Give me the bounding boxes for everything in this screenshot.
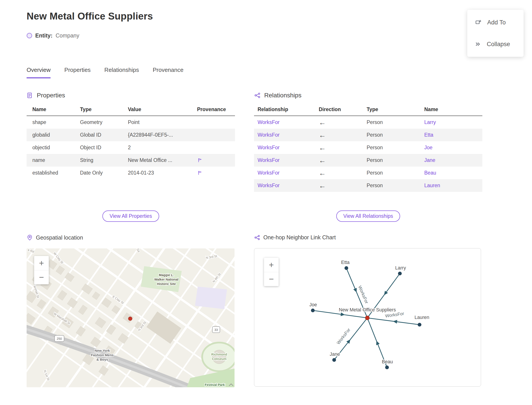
related-entity-link[interactable]: Beau [424, 170, 436, 176]
col-name: Name [424, 107, 482, 112]
prop-type: String [80, 157, 128, 163]
related-entity-link[interactable]: Joe [424, 145, 432, 150]
geospatial-section: Geospatial location + − [27, 234, 234, 387]
node-label: Joe [309, 302, 317, 307]
tab-relationships[interactable]: Relationships [104, 67, 139, 78]
add-to-label: Add To [487, 19, 506, 26]
node-label: Larry [395, 265, 406, 270]
entity-details-page: New Metal Office Suppliers Entity: Compa… [0, 0, 532, 405]
route-shield-250: 250 [54, 335, 64, 342]
view-all-properties-wrap: View All Properties [27, 210, 235, 222]
map-zoom-control: + − [34, 256, 49, 284]
node-jane[interactable] [332, 358, 336, 362]
map-zoom-out-button[interactable]: − [34, 270, 49, 284]
tab-provenance[interactable]: Provenance [153, 67, 184, 78]
properties-section-title: Properties [37, 92, 65, 99]
map-pin-icon [27, 234, 33, 241]
tab-overview[interactable]: Overview [27, 67, 51, 78]
node-label: Jane [330, 351, 340, 357]
prop-name: shape [27, 119, 80, 125]
prop-value: 2014-01-23 [128, 170, 191, 176]
add-to-icon [475, 19, 482, 26]
geospatial-header: Geospatial location [27, 234, 234, 241]
node-label: Beau [382, 359, 393, 364]
table-row: WorksFor ← Person Lauren [254, 179, 482, 192]
chart-zoom-out-button[interactable]: − [264, 272, 279, 286]
col-relationship: Relationship [254, 107, 319, 112]
geospatial-title: Geospatial location [36, 234, 83, 241]
properties-table-header: Name Type Value Provenance [27, 104, 235, 116]
svg-text:33: 33 [214, 328, 218, 331]
view-all-properties-button[interactable]: View All Properties [102, 210, 159, 222]
prop-type: Geometry [80, 119, 128, 125]
relationships-section: Relationships Relationship Direction Typ… [254, 92, 482, 192]
collapse-label: Collapse [487, 41, 510, 48]
prop-provenance-cell [191, 170, 235, 176]
col-value: Value [128, 107, 191, 112]
relationships-table-header: Relationship Direction Type Name [254, 104, 482, 116]
node-etta[interactable] [345, 266, 348, 270]
link-chart-section: One-hop Neighbor Link Chart + − [254, 234, 481, 387]
tab-properties[interactable]: Properties [64, 67, 91, 78]
prop-provenance-cell [191, 157, 235, 163]
related-entity-type: Person [367, 157, 424, 163]
relationships-section-header: Relationships [254, 92, 482, 99]
collapse-double-chevron-icon [475, 41, 481, 47]
prop-value: New Metal Office ... [128, 157, 191, 163]
node-larry[interactable] [398, 272, 402, 276]
relationship-link[interactable]: WorksFor [258, 170, 279, 176]
col-name: Name [27, 107, 80, 112]
svg-text:New York: New York [95, 349, 110, 352]
tab-bar: Overview Properties Relationships Proven… [27, 67, 184, 78]
node-lauren[interactable] [418, 323, 421, 326]
relationship-link[interactable]: WorksFor [258, 157, 279, 163]
table-row: WorksFor ← Person Beau [254, 167, 482, 179]
prop-name: objectid [27, 145, 80, 151]
node-center-company[interactable] [365, 316, 369, 320]
map-zoom-in-button[interactable]: + [34, 256, 49, 270]
node-joe[interactable] [311, 309, 315, 312]
add-to-button[interactable]: Add To [467, 13, 524, 32]
svg-text:& Boys: & Boys [96, 358, 108, 361]
link-chart-canvas[interactable]: + − [254, 248, 481, 387]
prop-type: Date Only [80, 170, 128, 176]
related-entity-type: Person [367, 119, 424, 125]
table-row: globalid Global ID {A228944F-0EF5-... [27, 129, 235, 141]
relationship-link[interactable]: WorksFor [258, 132, 279, 138]
civic-area [195, 287, 227, 309]
entity-type-row: Entity: Company [27, 32, 79, 39]
actions-panel: Add To Collapse [467, 10, 524, 57]
chart-zoom-in-button[interactable]: + [264, 258, 279, 272]
table-row: established Date Only 2014-01-23 [27, 167, 235, 179]
related-entity-link[interactable]: Etta [424, 132, 433, 138]
provenance-flag-icon[interactable] [197, 157, 203, 163]
direction-arrow: ← [319, 182, 367, 189]
map-canvas[interactable]: + − [27, 248, 234, 387]
provenance-flag-icon[interactable] [197, 170, 203, 176]
direction-arrow: ← [319, 169, 367, 176]
basemap-svg: k Rd W Clay St Sa N 3rd St N 4th St arsh… [27, 248, 234, 387]
related-entity-link[interactable]: Jane [424, 157, 435, 163]
prop-type: Object ID [80, 145, 128, 151]
node-beau[interactable] [385, 365, 389, 369]
svg-text:Fashion Mens: Fashion Mens [91, 353, 113, 357]
relationship-link[interactable]: WorksFor [258, 145, 279, 150]
relationship-link[interactable]: WorksFor [258, 119, 279, 125]
prop-type: Global ID [80, 132, 128, 138]
properties-section-header: Properties [27, 92, 235, 99]
entity-location-marker[interactable] [128, 317, 132, 320]
link-chart-header: One-hop Neighbor Link Chart [254, 234, 481, 241]
properties-section: Properties Name Type Value Provenance sh… [27, 92, 235, 179]
prop-value: {A228944F-0EF5-... [128, 132, 191, 138]
entity-label: Entity: [35, 32, 53, 39]
view-all-relationships-wrap: View All Relationships [254, 210, 482, 222]
table-row: name String New Metal Office ... [27, 154, 235, 167]
related-entity-link[interactable]: Larry [424, 119, 436, 125]
page-title: New Metal Office Suppliers [27, 11, 153, 22]
related-entity-type: Person [367, 182, 424, 189]
view-all-relationships-button[interactable]: View All Relationships [336, 210, 400, 222]
collapse-button[interactable]: Collapse [467, 34, 524, 54]
relationship-link[interactable]: WorksFor [258, 182, 279, 188]
related-entity-link[interactable]: Lauren [424, 182, 440, 188]
festival-park-label: Festival Park [205, 383, 225, 387]
